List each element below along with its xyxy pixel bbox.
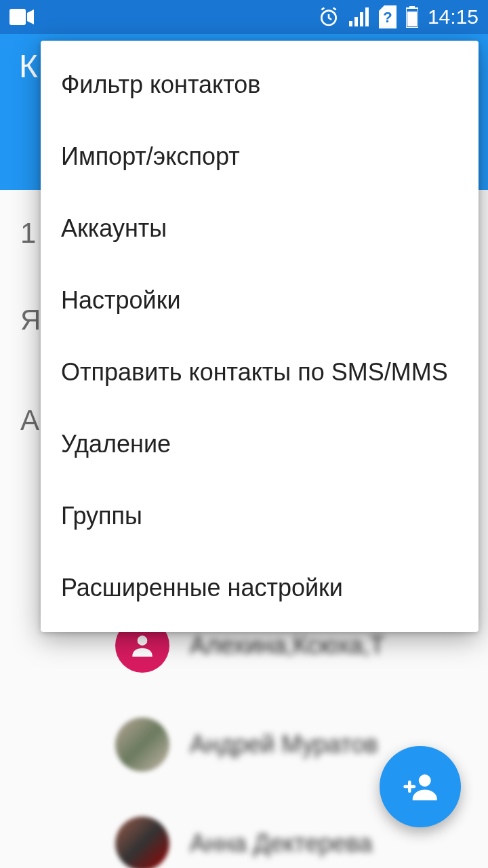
menu-item-contact-filter[interactable]: Фильтр контактов (41, 49, 479, 121)
contact-name: Андрей Муратов (190, 730, 378, 759)
cellular-signal-icon (349, 7, 369, 26)
svg-rect-0 (9, 9, 26, 25)
menu-item-send-contacts-sms[interactable]: Отправить контакты по SMS/MMS (41, 336, 479, 408)
status-left (9, 9, 34, 25)
status-right: ? 14:15 (318, 5, 479, 28)
contact-name: Алехина,Ксюха,Т (190, 631, 384, 660)
avatar (115, 717, 169, 772)
svg-point-11 (419, 774, 431, 787)
svg-rect-3 (354, 17, 358, 26)
video-camera-icon (9, 9, 34, 25)
avatar (115, 816, 169, 868)
menu-item-groups[interactable]: Группы (41, 480, 479, 552)
svg-rect-4 (360, 12, 363, 26)
menu-item-advanced-settings[interactable]: Расширенные настройки (41, 552, 479, 624)
status-time: 14:15 (428, 5, 479, 28)
menu-item-delete[interactable]: Удаление (41, 408, 479, 480)
svg-rect-5 (365, 7, 369, 26)
svg-point-10 (138, 635, 148, 646)
screen-root: ? 14:15 К 1 Я А Алехина,Ксюха,Т Андрей М… (0, 0, 488, 868)
menu-item-accounts[interactable]: Аккаунты (41, 193, 479, 264)
menu-item-import-export[interactable]: Импорт/экспорт (41, 121, 479, 193)
battery-icon (406, 6, 418, 28)
add-contact-fab[interactable] (380, 746, 461, 827)
overflow-menu: Фильтр контактов Импорт/экспорт Аккаунты… (41, 41, 479, 632)
svg-rect-2 (349, 21, 352, 26)
svg-text:?: ? (383, 9, 392, 26)
status-bar: ? 14:15 (0, 0, 488, 34)
sim-question-icon: ? (379, 5, 396, 28)
alarm-icon (318, 6, 340, 28)
menu-item-settings[interactable]: Настройки (41, 264, 479, 336)
contact-name: Анна Дектерева (190, 829, 372, 858)
add-person-icon (402, 768, 439, 805)
svg-rect-9 (407, 12, 417, 26)
